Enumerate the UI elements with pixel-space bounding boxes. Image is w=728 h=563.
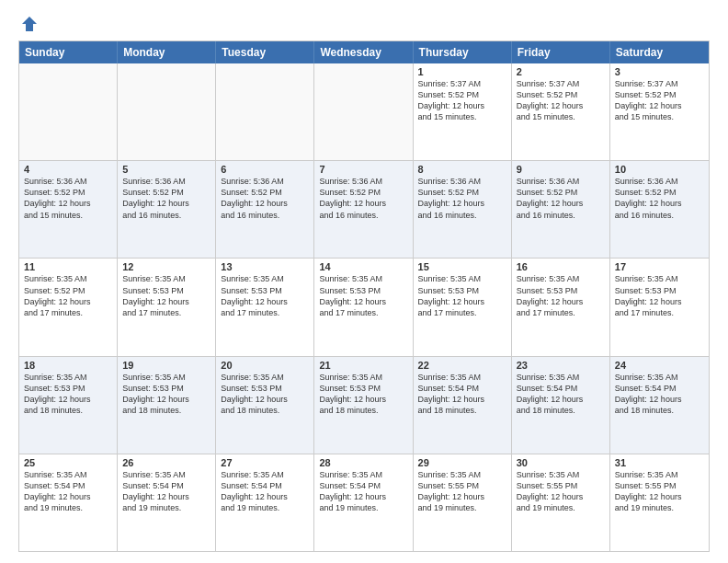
- calendar-row-2: 4Sunrise: 5:36 AM Sunset: 5:52 PM Daylig…: [19, 161, 709, 259]
- cell-info-7: Sunrise: 5:36 AM Sunset: 5:52 PM Dayligh…: [319, 176, 407, 221]
- cell-info-21: Sunrise: 5:35 AM Sunset: 5:53 PM Dayligh…: [319, 372, 407, 417]
- calendar-cell-5: 5Sunrise: 5:36 AM Sunset: 5:52 PM Daylig…: [118, 161, 216, 258]
- calendar: SundayMondayTuesdayWednesdayThursdayFrid…: [19, 41, 709, 551]
- cell-info-12: Sunrise: 5:35 AM Sunset: 5:53 PM Dayligh…: [122, 273, 210, 318]
- calendar-cell-16: 16Sunrise: 5:35 AM Sunset: 5:53 PM Dayli…: [512, 259, 610, 355]
- day-number-16: 16: [517, 261, 605, 272]
- cell-info-16: Sunrise: 5:35 AM Sunset: 5:53 PM Dayligh…: [517, 273, 605, 318]
- day-number-24: 24: [615, 360, 704, 371]
- calendar-cell-empty-r0c1: [118, 63, 216, 160]
- calendar-cell-12: 12Sunrise: 5:35 AM Sunset: 5:53 PM Dayli…: [118, 259, 216, 355]
- cell-info-25: Sunrise: 5:35 AM Sunset: 5:54 PM Dayligh…: [24, 469, 112, 514]
- day-number-2: 2: [517, 66, 605, 77]
- cell-info-14: Sunrise: 5:35 AM Sunset: 5:53 PM Dayligh…: [319, 273, 407, 318]
- cell-info-13: Sunrise: 5:35 AM Sunset: 5:53 PM Dayligh…: [221, 273, 309, 318]
- calendar-cell-6: 6Sunrise: 5:36 AM Sunset: 5:52 PM Daylig…: [216, 161, 314, 258]
- day-number-29: 29: [418, 457, 506, 468]
- header-day-thursday: Thursday: [414, 41, 512, 63]
- cell-info-11: Sunrise: 5:35 AM Sunset: 5:52 PM Dayligh…: [24, 273, 112, 318]
- calendar-cell-15: 15Sunrise: 5:35 AM Sunset: 5:53 PM Dayli…: [414, 259, 512, 355]
- day-number-1: 1: [418, 66, 506, 77]
- calendar-cell-25: 25Sunrise: 5:35 AM Sunset: 5:54 PM Dayli…: [19, 454, 118, 551]
- cell-info-26: Sunrise: 5:35 AM Sunset: 5:54 PM Dayligh…: [122, 469, 210, 514]
- cell-info-10: Sunrise: 5:36 AM Sunset: 5:52 PM Dayligh…: [615, 176, 704, 221]
- day-number-17: 17: [615, 261, 704, 272]
- cell-info-15: Sunrise: 5:35 AM Sunset: 5:53 PM Dayligh…: [418, 273, 506, 318]
- cell-info-24: Sunrise: 5:35 AM Sunset: 5:54 PM Dayligh…: [615, 372, 704, 417]
- day-number-22: 22: [418, 360, 506, 371]
- calendar-cell-29: 29Sunrise: 5:35 AM Sunset: 5:55 PM Dayli…: [414, 454, 512, 551]
- calendar-cell-7: 7Sunrise: 5:36 AM Sunset: 5:52 PM Daylig…: [314, 161, 413, 258]
- calendar-cell-empty-r0c0: [19, 63, 118, 160]
- calendar-cell-21: 21Sunrise: 5:35 AM Sunset: 5:53 PM Dayli…: [314, 357, 413, 454]
- calendar-cell-13: 13Sunrise: 5:35 AM Sunset: 5:53 PM Dayli…: [216, 259, 314, 355]
- calendar-cell-18: 18Sunrise: 5:35 AM Sunset: 5:53 PM Dayli…: [19, 357, 118, 454]
- cell-info-19: Sunrise: 5:35 AM Sunset: 5:53 PM Dayligh…: [122, 372, 210, 417]
- day-number-13: 13: [221, 261, 309, 272]
- calendar-row-1: 1Sunrise: 5:37 AM Sunset: 5:52 PM Daylig…: [19, 63, 709, 161]
- calendar-cell-31: 31Sunrise: 5:35 AM Sunset: 5:55 PM Dayli…: [610, 454, 709, 551]
- calendar-cell-8: 8Sunrise: 5:36 AM Sunset: 5:52 PM Daylig…: [414, 161, 512, 258]
- day-number-18: 18: [24, 360, 112, 371]
- calendar-cell-23: 23Sunrise: 5:35 AM Sunset: 5:54 PM Dayli…: [512, 357, 610, 454]
- calendar-cell-empty-r0c3: [314, 63, 413, 160]
- svg-marker-0: [22, 17, 37, 31]
- calendar-cell-28: 28Sunrise: 5:35 AM Sunset: 5:54 PM Dayli…: [314, 454, 413, 551]
- calendar-container: SundayMondayTuesdayWednesdayThursdayFrid…: [18, 40, 710, 552]
- calendar-header: SundayMondayTuesdayWednesdayThursdayFrid…: [19, 41, 709, 63]
- day-number-6: 6: [221, 164, 309, 175]
- cell-info-4: Sunrise: 5:36 AM Sunset: 5:52 PM Dayligh…: [24, 176, 112, 221]
- day-number-25: 25: [24, 457, 112, 468]
- cell-info-22: Sunrise: 5:35 AM Sunset: 5:54 PM Dayligh…: [418, 372, 506, 417]
- cell-info-5: Sunrise: 5:36 AM Sunset: 5:52 PM Dayligh…: [122, 176, 210, 221]
- cell-info-8: Sunrise: 5:36 AM Sunset: 5:52 PM Dayligh…: [418, 176, 506, 221]
- calendar-cell-empty-r0c2: [216, 63, 314, 160]
- day-number-8: 8: [418, 164, 506, 175]
- day-number-20: 20: [221, 360, 309, 371]
- logo: [18, 15, 39, 33]
- calendar-body: 1Sunrise: 5:37 AM Sunset: 5:52 PM Daylig…: [19, 63, 709, 551]
- cell-info-23: Sunrise: 5:35 AM Sunset: 5:54 PM Dayligh…: [517, 372, 605, 417]
- calendar-cell-30: 30Sunrise: 5:35 AM Sunset: 5:55 PM Dayli…: [512, 454, 610, 551]
- calendar-cell-10: 10Sunrise: 5:36 AM Sunset: 5:52 PM Dayli…: [610, 161, 709, 258]
- day-number-12: 12: [122, 261, 210, 272]
- cell-info-9: Sunrise: 5:36 AM Sunset: 5:52 PM Dayligh…: [517, 176, 605, 221]
- day-number-4: 4: [24, 164, 112, 175]
- day-number-26: 26: [122, 457, 210, 468]
- calendar-row-5: 25Sunrise: 5:35 AM Sunset: 5:54 PM Dayli…: [19, 454, 709, 551]
- day-number-5: 5: [122, 164, 210, 175]
- calendar-row-4: 18Sunrise: 5:35 AM Sunset: 5:53 PM Dayli…: [19, 357, 709, 454]
- day-number-9: 9: [517, 164, 605, 175]
- calendar-cell-1: 1Sunrise: 5:37 AM Sunset: 5:52 PM Daylig…: [414, 63, 512, 160]
- day-number-28: 28: [319, 457, 407, 468]
- cell-info-2: Sunrise: 5:37 AM Sunset: 5:52 PM Dayligh…: [517, 78, 605, 123]
- calendar-cell-27: 27Sunrise: 5:35 AM Sunset: 5:54 PM Dayli…: [216, 454, 314, 551]
- cell-info-17: Sunrise: 5:35 AM Sunset: 5:53 PM Dayligh…: [615, 273, 704, 318]
- cell-info-20: Sunrise: 5:35 AM Sunset: 5:53 PM Dayligh…: [221, 372, 309, 417]
- cell-info-1: Sunrise: 5:37 AM Sunset: 5:52 PM Dayligh…: [418, 78, 506, 123]
- header-day-saturday: Saturday: [610, 41, 709, 63]
- calendar-cell-22: 22Sunrise: 5:35 AM Sunset: 5:54 PM Dayli…: [414, 357, 512, 454]
- calendar-cell-4: 4Sunrise: 5:36 AM Sunset: 5:52 PM Daylig…: [19, 161, 118, 258]
- calendar-cell-2: 2Sunrise: 5:37 AM Sunset: 5:52 PM Daylig…: [512, 63, 610, 160]
- cell-info-31: Sunrise: 5:35 AM Sunset: 5:55 PM Dayligh…: [615, 469, 704, 514]
- calendar-cell-11: 11Sunrise: 5:35 AM Sunset: 5:52 PM Dayli…: [19, 259, 118, 355]
- calendar-cell-9: 9Sunrise: 5:36 AM Sunset: 5:52 PM Daylig…: [512, 161, 610, 258]
- calendar-row-3: 11Sunrise: 5:35 AM Sunset: 5:52 PM Dayli…: [19, 259, 709, 356]
- day-number-3: 3: [615, 66, 704, 77]
- header-day-friday: Friday: [512, 41, 610, 63]
- cell-info-27: Sunrise: 5:35 AM Sunset: 5:54 PM Dayligh…: [221, 469, 309, 514]
- day-number-27: 27: [221, 457, 309, 468]
- page: SundayMondayTuesdayWednesdayThursdayFrid…: [0, 0, 728, 563]
- day-number-15: 15: [418, 261, 506, 272]
- cell-info-28: Sunrise: 5:35 AM Sunset: 5:54 PM Dayligh…: [319, 469, 407, 514]
- calendar-cell-14: 14Sunrise: 5:35 AM Sunset: 5:53 PM Dayli…: [314, 259, 413, 355]
- day-number-21: 21: [319, 360, 407, 371]
- calendar-cell-19: 19Sunrise: 5:35 AM Sunset: 5:53 PM Dayli…: [118, 357, 216, 454]
- calendar-cell-17: 17Sunrise: 5:35 AM Sunset: 5:53 PM Dayli…: [610, 259, 709, 355]
- cell-info-18: Sunrise: 5:35 AM Sunset: 5:53 PM Dayligh…: [24, 372, 112, 417]
- day-number-30: 30: [517, 457, 605, 468]
- day-number-11: 11: [24, 261, 112, 272]
- day-number-10: 10: [615, 164, 704, 175]
- header-day-sunday: Sunday: [19, 41, 118, 63]
